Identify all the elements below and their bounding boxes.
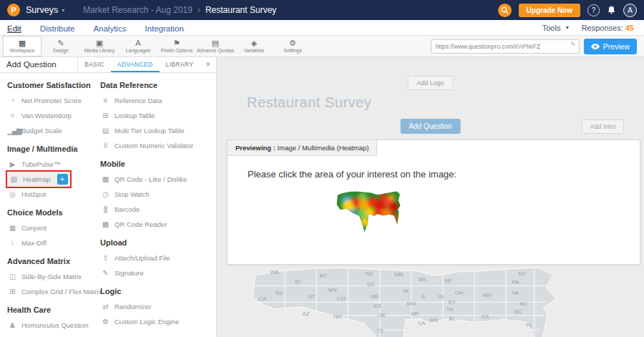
ribbon-item-label: Settings <box>283 48 301 53</box>
question-type-label: Multi Tier Lookup Table <box>114 127 185 135</box>
question-type-stop-watch[interactable]: ◷Stop Watch <box>100 187 216 202</box>
panel-tab-basic[interactable]: BASIC <box>78 57 111 72</box>
ribbon-item-workspace[interactable]: ▦Workspace <box>3 36 42 57</box>
add-heatmap-question-button[interactable]: + <box>57 174 68 185</box>
ribbon-item-languages[interactable]: ALanguages <box>119 36 157 57</box>
question-type-lookup-table[interactable]: ⊞Lookup Table <box>100 108 216 123</box>
question-type-qr-code-like-dislike[interactable]: ▩QR Code - Like / Dislike <box>100 172 216 187</box>
question-type-label: Attach/Upload File <box>114 254 170 262</box>
edit-url-icon[interactable]: ✎ <box>570 41 576 48</box>
question-type-label: Side-By-Side Matrix <box>21 273 82 280</box>
question-type-label: Lookup Table <box>114 112 155 119</box>
section-heading-mobile: Mobile <box>100 160 216 168</box>
question-type-net-promoter-score[interactable]: ◔Net Promoter Score <box>7 93 92 108</box>
help-button[interactable]: ? <box>587 4 600 16</box>
ribbon-item-settings[interactable]: ⚙Settings <box>273 36 312 57</box>
state-label-wa: WA <box>270 269 279 275</box>
add-intro-button[interactable]: Add Intro <box>582 119 624 134</box>
section-heading-logic: Logic <box>100 287 216 296</box>
question-type-tubepulse[interactable]: ▶TubePulse™ <box>7 157 92 172</box>
nav-tabs: EditDistributeAnalyticsIntegration <box>7 21 203 34</box>
question-type-label: Barcode <box>114 205 140 213</box>
topbar: P Surveys ▾ Market Research - Aug 2019 ›… <box>0 0 644 20</box>
eye-icon <box>591 44 600 49</box>
responses-counter[interactable]: Responses:45 <box>582 24 634 32</box>
panel-column-1: Customer Satisfaction◔Net Promoter Score… <box>0 73 92 337</box>
question-type-randomizer[interactable]: ⇄Randomizer <box>100 299 216 314</box>
tools-menu[interactable]: Tools ▾ <box>542 24 569 32</box>
maxdiff-icon: ↕ <box>7 239 17 247</box>
heatmap-image[interactable] <box>333 189 418 243</box>
state-label-oh: OH <box>455 290 464 296</box>
questionpro-logo[interactable]: P <box>7 4 20 16</box>
search-button[interactable] <box>498 4 512 17</box>
state-label-ia: IA <box>403 288 409 294</box>
question-type-label: Conjoint <box>21 224 47 232</box>
question-type-label: HotSpot <box>21 190 46 198</box>
question-type-reference-data[interactable]: ≡Reference Data <box>100 93 216 108</box>
bell-icon <box>607 5 616 15</box>
state-label-mt: MT <box>319 273 328 279</box>
nav-tab-integration[interactable]: Integration <box>145 24 183 33</box>
survey-url-input[interactable] <box>431 39 580 54</box>
panel-column-2: Data Reference≡Reference Data⊞Lookup Tab… <box>92 73 216 337</box>
ribbon-item-design[interactable]: ✎Design <box>42 36 80 57</box>
state-label-ga: GA <box>481 313 489 320</box>
panel-tab-library[interactable]: LIBRARY <box>160 57 200 72</box>
question-type-budget-scale[interactable]: ▁▄▆Budget Scale <box>7 123 92 138</box>
question-type-complex-grid-flex-matrix[interactable]: ⊞Complex Grid / Flex Matrix <box>7 284 92 299</box>
surveys-menu[interactable]: Surveys ▾ <box>26 5 64 15</box>
question-type-homunculus-question[interactable]: ♟Homunculus Question <box>7 318 92 333</box>
question-type-attach-upload-file[interactable]: ⇧Attach/Upload File <box>100 250 216 265</box>
close-panel-button[interactable]: × <box>200 57 216 72</box>
question-type-label: TubePulse™ <box>21 160 61 168</box>
question-type-label: QR Code - Like / Dislike <box>114 175 187 183</box>
breadcrumb-parent[interactable]: Market Research - Aug 2019 <box>83 5 192 15</box>
ribbon-toolbar: ▦Workspace✎Design▣Media LibraryALanguage… <box>0 36 644 57</box>
ribbon-item-label: Workspace <box>10 48 35 53</box>
avatar-letter: A <box>628 6 633 14</box>
multi-tier-icon: ▤ <box>100 127 110 135</box>
question-type-custom-numeric-validator[interactable]: #Custom Numeric Validator <box>100 138 216 153</box>
upgrade-now-button[interactable]: Upgrade Now <box>519 4 580 17</box>
survey-url-box: ✎ <box>431 39 580 54</box>
nav-tab-edit[interactable]: Edit <box>7 24 21 33</box>
state-label-wi: WI <box>419 276 426 283</box>
question-type-hotspot[interactable]: ◎HotSpot <box>7 187 92 202</box>
panel-header: Add Question BASICADVANCEDLIBRARY × <box>0 57 216 73</box>
state-label-il: IL <box>421 293 426 300</box>
panel-tab-advanced[interactable]: ADVANCED <box>111 57 160 72</box>
question-type-qr-code-reader[interactable]: ▩QR Code Reader <box>100 217 216 232</box>
question-type-barcode[interactable]: |||Barcode <box>100 202 216 217</box>
ribbon-item-advance-quotas[interactable]: ▤Advance Quotas <box>196 36 235 57</box>
preview-button[interactable]: Preview <box>584 39 637 54</box>
question-type-signature[interactable]: ✎Signature <box>100 265 216 280</box>
add-question-button[interactable]: Add Question <box>400 119 461 134</box>
question-type-custom-logic-engine[interactable]: ⚙Custom Logic Engine <box>100 314 216 329</box>
question-type-multi-tier-lookup-table[interactable]: ▤Multi Tier Lookup Table <box>100 123 216 138</box>
add-logo-button[interactable]: Add Logo <box>407 76 454 90</box>
question-type-side-by-side-matrix[interactable]: ◫Side-By-Side Matrix <box>7 269 92 284</box>
upload-icon: ⇧ <box>100 254 110 262</box>
question-type-van-westendorp[interactable]: ≈Van Westendorp <box>7 108 92 123</box>
section-heading-upload: Upload <box>100 238 216 247</box>
question-type-max-diff[interactable]: ↕Max-Diff <box>7 235 92 250</box>
nav-tab-distribute[interactable]: Distribute <box>40 24 75 33</box>
ribbon-item-variables[interactable]: ◈Variables <box>235 36 273 57</box>
question-type-conjoint[interactable]: ▦Conjoint <box>7 220 92 235</box>
ribbon-item-media-library[interactable]: ▣Media Library <box>80 36 119 57</box>
question-type-label: Complex Grid / Flex Matrix <box>21 288 102 296</box>
question-type-label: Signature <box>114 269 144 277</box>
state-label-sd: SD <box>366 281 374 288</box>
question-type-label: Reference Data <box>114 97 162 104</box>
notifications-button[interactable] <box>607 5 616 15</box>
survey-canvas: Add Logo Restaurant Survey Add Question … <box>217 57 644 337</box>
avatar[interactable]: A <box>623 4 637 17</box>
design-icon: ✎ <box>57 39 64 47</box>
qr-like-icon: ▩ <box>100 175 110 183</box>
question-type-heatmap[interactable]: ▧Heatmap+ <box>7 172 70 187</box>
sbs-matrix-icon: ◫ <box>7 273 17 280</box>
lookup-table-icon: ⊞ <box>100 112 110 119</box>
nav-tab-analytics[interactable]: Analytics <box>93 24 126 33</box>
ribbon-item-finish-options[interactable]: ⚑Finish Options <box>157 36 196 57</box>
